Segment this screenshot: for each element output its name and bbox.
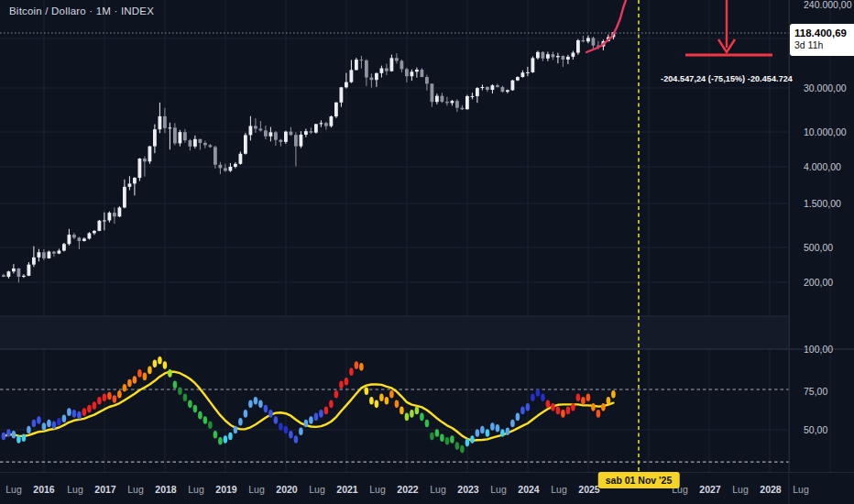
price-scale-label: 50,00 — [804, 424, 827, 435]
time-scale-label: Lug — [732, 484, 749, 495]
chart-window: Bitcoin / Dollaro · 1M · INDEX 240.000,0… — [0, 0, 854, 504]
time-scale-label: Lug — [430, 484, 446, 495]
time-scale-label: 2021 — [336, 484, 357, 495]
price-scale-label: 4.000,00 — [804, 161, 841, 172]
price-scale-label: 500,00 — [804, 242, 833, 253]
time-scale-label: Lug — [127, 484, 144, 495]
time-scale-label: Lug — [490, 484, 507, 495]
price-scale-label: 10.000,00 — [804, 126, 847, 137]
time-scale-label: Lug — [248, 484, 265, 495]
time-scale-label: 2019 — [215, 484, 236, 495]
time-scale-label: 2016 — [33, 484, 54, 495]
symbol-title[interactable]: Bitcoin / Dollaro · 1M · INDEX — [9, 5, 154, 16]
current-date-badge[interactable]: sab 01 Nov '25 — [598, 472, 680, 488]
price-scale-label: 75,00 — [804, 386, 827, 397]
price-scale-label: 1.500,00 — [804, 198, 841, 209]
price-scale-label: 240.000,00 — [804, 0, 852, 10]
price-axis[interactable]: 240.000,0030.000,0010.000,004.000,001.50… — [789, 0, 854, 472]
time-scale-label: Lug — [551, 484, 567, 495]
bar-close-countdown: 3d 11h — [794, 39, 854, 51]
time-scale-label: 2027 — [699, 484, 720, 495]
current-price-value: 118.400,69 — [794, 27, 854, 39]
time-axis[interactable]: Lug2016Lug2017Lug2018Lug2019Lug2020Lug20… — [0, 472, 854, 504]
current-price-badge[interactable]: 118.400,69 3d 11h — [790, 24, 854, 56]
time-scale-label: Lug — [369, 484, 386, 495]
price-scale-label: 100,00 — [804, 344, 833, 355]
time-scale-label: 2025 — [578, 484, 599, 495]
time-scale-label: Lug — [309, 484, 325, 495]
time-scale-label: 2023 — [457, 484, 478, 495]
projection-annotation[interactable]: -204.547,24 (-75,15%) -20.454.724 — [661, 74, 793, 83]
time-scale-label: 2018 — [155, 484, 176, 495]
time-scale-label: 2024 — [518, 484, 539, 495]
time-scale-label: 2017 — [94, 484, 115, 495]
time-scale-label: 2020 — [276, 484, 297, 495]
time-scale-label: Lug — [188, 484, 204, 495]
time-scale-label: 2022 — [397, 484, 418, 495]
time-scale-label: Lug — [5, 484, 22, 495]
time-scale-label: Lug — [67, 484, 83, 495]
time-scale-label: 2028 — [760, 484, 781, 495]
price-scale-label: 30.000,00 — [804, 82, 847, 93]
price-scale-label: 200,00 — [804, 277, 833, 288]
time-scale-label: Lug — [793, 484, 809, 495]
